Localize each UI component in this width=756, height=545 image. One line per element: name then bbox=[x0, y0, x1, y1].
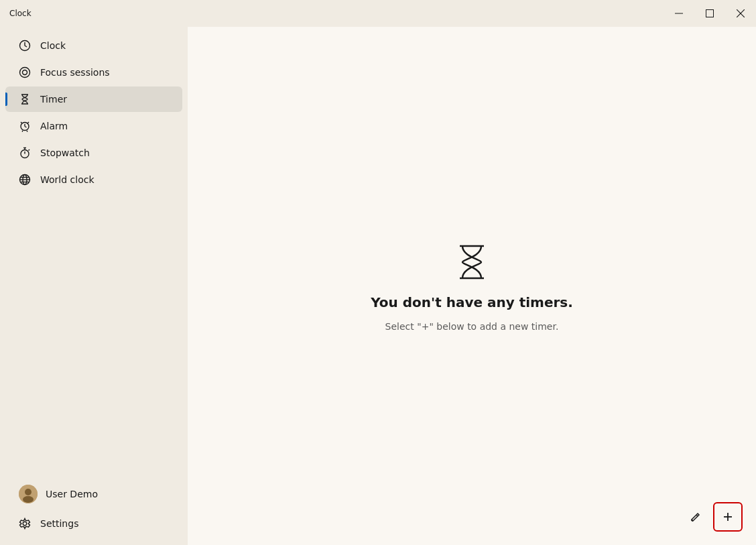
svg-point-26 bbox=[23, 496, 34, 503]
settings-icon bbox=[19, 518, 31, 530]
title-bar: Clock bbox=[0, 0, 756, 27]
alarm-icon bbox=[19, 120, 31, 132]
sidebar-item-alarm[interactable]: Alarm bbox=[5, 113, 182, 139]
sidebar-item-clock[interactable]: Clock bbox=[5, 33, 182, 58]
sidebar-item-focus-label: Focus sessions bbox=[40, 67, 110, 78]
timer-icon bbox=[19, 93, 31, 105]
sidebar-item-stopwatch[interactable]: Stopwatch bbox=[5, 140, 182, 166]
stopwatch-icon bbox=[19, 147, 31, 159]
svg-line-18 bbox=[29, 149, 30, 151]
svg-rect-0 bbox=[675, 13, 683, 14]
edit-button[interactable] bbox=[681, 502, 710, 532]
focus-icon bbox=[19, 66, 31, 78]
world-clock-icon bbox=[19, 174, 31, 186]
settings-label: Settings bbox=[40, 518, 78, 529]
svg-line-12 bbox=[22, 131, 23, 132]
sidebar-item-stopwatch-label: Stopwatch bbox=[40, 147, 90, 158]
sidebar-item-clock-label: Clock bbox=[40, 40, 66, 51]
svg-line-30 bbox=[696, 515, 698, 516]
svg-line-9 bbox=[25, 127, 27, 128]
sidebar-bottom: User Demo Settings bbox=[0, 477, 188, 545]
svg-point-6 bbox=[23, 70, 27, 75]
maximize-button[interactable] bbox=[694, 0, 725, 27]
add-timer-button[interactable] bbox=[713, 502, 743, 532]
timer-empty-icon bbox=[450, 241, 493, 284]
window-controls bbox=[664, 0, 756, 27]
empty-title: You don't have any timers. bbox=[371, 294, 573, 310]
user-name: User Demo bbox=[46, 489, 98, 499]
svg-point-25 bbox=[25, 489, 32, 495]
sidebar-item-settings[interactable]: Settings bbox=[5, 511, 182, 536]
sidebar-item-timer-label: Timer bbox=[40, 94, 67, 105]
svg-line-10 bbox=[21, 122, 22, 123]
sidebar-item-focus[interactable]: Focus sessions bbox=[5, 60, 182, 85]
close-button[interactable] bbox=[725, 0, 756, 27]
user-item[interactable]: User Demo bbox=[5, 478, 182, 510]
minimize-button[interactable] bbox=[664, 0, 694, 27]
main-content: You don't have any timers. Select "+" be… bbox=[188, 27, 756, 545]
sidebar-item-alarm-label: Alarm bbox=[40, 121, 68, 131]
bottom-action-bar bbox=[681, 502, 743, 532]
empty-state: You don't have any timers. Select "+" be… bbox=[371, 241, 573, 332]
app-title: Clock bbox=[9, 9, 32, 18]
sidebar-item-worldclock-label: World clock bbox=[40, 174, 94, 185]
svg-line-11 bbox=[27, 122, 29, 123]
sidebar-item-timer[interactable]: Timer bbox=[5, 86, 182, 112]
sidebar-item-worldclock[interactable]: World clock bbox=[5, 167, 182, 192]
app-body: Clock Focus sessions Timer bbox=[0, 27, 756, 545]
svg-rect-1 bbox=[706, 10, 714, 17]
svg-line-13 bbox=[27, 131, 27, 132]
avatar bbox=[19, 485, 38, 503]
sidebar: Clock Focus sessions Timer bbox=[0, 27, 188, 545]
svg-point-5 bbox=[20, 68, 30, 78]
empty-subtitle: Select "+" below to add a new timer. bbox=[385, 321, 559, 332]
svg-point-27 bbox=[23, 522, 27, 526]
clock-icon bbox=[19, 40, 31, 52]
